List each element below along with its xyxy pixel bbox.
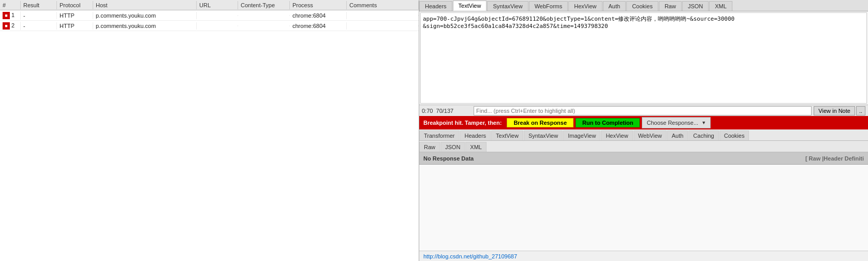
- col-header-comments: Comments: [347, 1, 419, 9]
- find-input[interactable]: [474, 106, 812, 115]
- col-header-url: URL: [197, 1, 238, 9]
- tab-hexview[interactable]: HexView: [568, 1, 602, 11]
- rtab-json[interactable]: JSON: [440, 142, 465, 152]
- no-response-content: [419, 165, 868, 251]
- col-header-process: Process: [290, 1, 347, 9]
- right-panel: Headers TextView SyntaxView WebForms Hex…: [419, 0, 868, 261]
- row-url: [197, 25, 238, 26]
- breakpoint-bar: Breakpoint hit. Tamper, then: Break on R…: [419, 116, 868, 129]
- row-process: chrome:6804: [290, 12, 347, 19]
- rtab-textview[interactable]: TextView: [491, 130, 523, 140]
- top-tab-bar: Headers TextView SyntaxView WebForms Hex…: [419, 0, 868, 11]
- table-row[interactable]: ■2 - HTTP p.comments.youku.com chrome:68…: [0, 21, 419, 31]
- no-response-right-links: [ Raw |Header Definiti: [805, 155, 864, 162]
- no-response-bar: No Response Data [ Raw |Header Definiti: [419, 152, 868, 165]
- rtab-headers[interactable]: Headers: [460, 130, 491, 140]
- tab-headers[interactable]: Headers: [419, 1, 452, 11]
- row-host: p.comments.youku.com: [93, 22, 197, 30]
- no-response-label: No Response Data: [423, 155, 474, 162]
- rtab-hexview[interactable]: HexView: [601, 130, 632, 140]
- response-tab-bar: Transformer Headers TextView SyntaxView …: [419, 129, 868, 141]
- row-content-type: [238, 15, 290, 16]
- row-icon: ■: [3, 12, 10, 19]
- rtab-webview[interactable]: WebView: [634, 130, 667, 140]
- status-bar: 0:70 70/137 View in Note ..: [419, 105, 868, 116]
- status-position: 0:70 70/137: [422, 108, 474, 114]
- tab-webforms[interactable]: WebForms: [529, 1, 568, 11]
- dots-button[interactable]: ..: [856, 106, 865, 115]
- tab-textview[interactable]: TextView: [453, 1, 487, 11]
- rtab-auth[interactable]: Auth: [667, 130, 688, 140]
- row-process: chrome:6804: [290, 22, 347, 30]
- row-protocol: HTTP: [57, 12, 93, 19]
- rtab-raw[interactable]: Raw: [419, 142, 440, 152]
- col-header-result: Result: [21, 1, 57, 9]
- rtab-cookies[interactable]: Cookies: [719, 130, 749, 140]
- choose-response-dropdown[interactable]: Choose Response... ▼: [642, 117, 711, 128]
- row-num: ■2: [0, 22, 21, 30]
- rtab-syntaxview[interactable]: SyntaxView: [524, 130, 563, 140]
- row-num: ■1: [0, 11, 21, 20]
- tab-raw[interactable]: Raw: [659, 1, 682, 11]
- run-to-completion-button[interactable]: Run to Completion: [576, 118, 640, 127]
- row-comments: [347, 25, 419, 26]
- tab-syntaxview[interactable]: SyntaxView: [487, 1, 528, 11]
- row-host: p.comments.youku.com: [93, 12, 197, 19]
- rtab-caching[interactable]: Caching: [688, 130, 718, 140]
- row-content-type: [238, 25, 290, 26]
- row-protocol: HTTP: [57, 22, 93, 30]
- bottom-url: http://blog.csdn.net/github_27109687: [423, 253, 517, 259]
- row-result: -: [21, 12, 57, 19]
- breakpoint-label: Breakpoint hit. Tamper, then:: [423, 120, 502, 126]
- view-in-note-button[interactable]: View in Note: [814, 106, 855, 115]
- tab-xml[interactable]: XML: [709, 1, 732, 11]
- tab-json[interactable]: JSON: [682, 1, 709, 11]
- table-header: # Result Protocol Host URL Content-Type …: [0, 0, 419, 10]
- tab-cookies[interactable]: Cookies: [626, 1, 658, 11]
- rtab-xml[interactable]: XML: [465, 142, 487, 152]
- break-on-response-button[interactable]: Break on Response: [507, 118, 573, 127]
- col-header-num: #: [0, 1, 21, 9]
- row-result: -: [21, 22, 57, 30]
- col-header-content-type: Content-Type: [238, 1, 290, 9]
- table-row[interactable]: ■1 - HTTP p.comments.youku.com chrome:68…: [0, 10, 419, 21]
- tab-auth[interactable]: Auth: [603, 1, 626, 11]
- left-panel: # Result Protocol Host URL Content-Type …: [0, 0, 419, 261]
- dropdown-arrow-icon: ▼: [701, 120, 706, 125]
- content-area[interactable]: app=700-cJpvjG4g&objectId=676891120&obje…: [420, 12, 867, 104]
- row-comments: [347, 15, 419, 16]
- row-url: [197, 15, 238, 16]
- col-header-host: Host: [93, 1, 197, 9]
- rtab-transformer[interactable]: Transformer: [419, 130, 460, 140]
- table-body: ■1 - HTTP p.comments.youku.com chrome:68…: [0, 10, 419, 261]
- rtab-imageview[interactable]: ImageView: [563, 130, 600, 140]
- bottom-url-bar: http://blog.csdn.net/github_27109687: [419, 251, 868, 261]
- row-icon: ■: [3, 22, 10, 30]
- response-tab-bar-2: Raw JSON XML: [419, 141, 868, 152]
- col-header-protocol: Protocol: [57, 1, 93, 9]
